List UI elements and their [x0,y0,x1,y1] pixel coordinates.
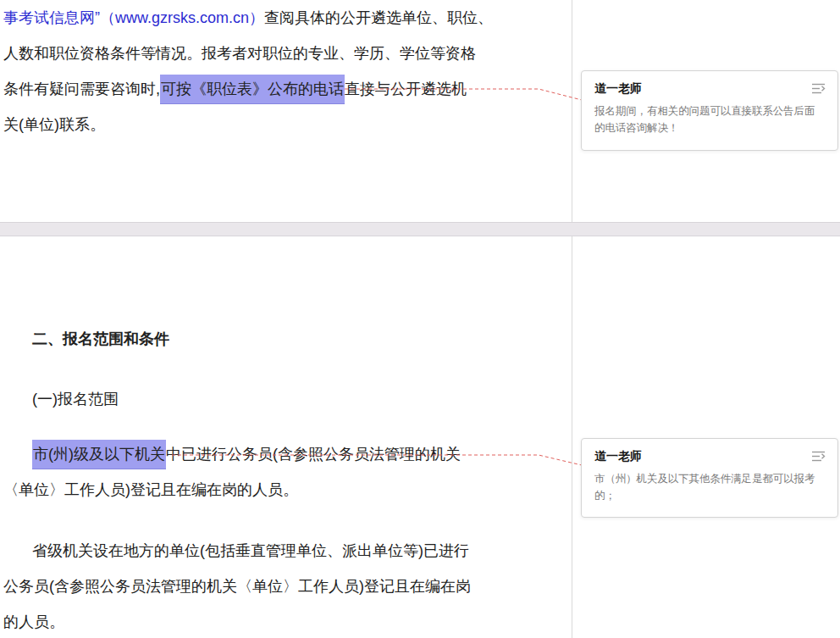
document-line: 公务员(含参照公务员法管理的机关〈单位〉工作人员)登记且在编在岗 [3,569,569,604]
paragraph: 市(州)级及以下机关中已进行公务员(含参照公务员法管理的机关 〈单位〉工作人员)… [3,436,569,508]
document-line: 〈单位〉工作人员)登记且在编在岗的人员。 [3,472,569,508]
document-line: 省级机关设在地方的单位(包括垂直管理单位、派出单位等)已进行 [3,533,569,569]
document-text: 条件有疑问需要咨询时, [3,80,160,97]
document-line: 的人员。 [3,604,569,638]
heading-text: 二、报名范围和条件 [32,330,169,347]
comment-card-1[interactable]: 道一老师 报名期间，有相关的问题可以直接联系公告后面的电话咨询解决！ [581,70,838,151]
comment-card-2[interactable]: 道一老师 市（州）机关及以下其他条件满足是都可以报考的； [581,438,838,518]
page-break-band [0,222,840,236]
document-text: 直接与公开遴选机 [345,80,467,97]
comment-highlight-range-1[interactable]: 可按《职位表》公布的电话 [160,75,345,104]
comment-author: 道一老师 [594,448,825,463]
paragraph: 省级机关设在地方的单位(包括垂直管理单位、派出单位等)已进行 公务员(含参照公务… [3,533,569,638]
comment-body: 报名期间，有相关的问题可以直接联系公告后面的电话咨询解决！ [594,103,825,136]
document-text: 人数和职位资格条件等情况。报考者对职位的专业、学历、学位等资格 [3,45,476,62]
sub-heading: (一)报名范围 [3,381,569,417]
document-line: 条件有疑问需要咨询时,可按《职位表》公布的电话直接与公开遴选机 [3,71,569,107]
document-text: 〈单位〉工作人员)登记且在编在岗的人员。 [3,481,298,498]
comment-body: 市（州）机关及以下其他条件满足是都可以报考的； [594,470,825,504]
document-text: 的人员。 [3,613,64,630]
document-area: 事考试信息网”（www.gzrsks.com.cn）查阅具体的公开遴选单位、职位… [3,0,569,638]
document-line: 事考试信息网”（www.gzrsks.com.cn）查阅具体的公开遴选单位、职位… [3,0,569,36]
document-text: 查阅具体的公开遴选单位、职位、 [264,9,493,26]
document-line: 人数和职位资格条件等情况。报考者对职位的专业、学历、学位等资格 [3,36,569,71]
comment-author: 道一老师 [594,80,825,96]
document-text: 关(单位)联系。 [3,116,105,133]
subheading-text: (一)报名范围 [32,391,119,408]
document-line: 关(单位)联系。 [3,107,569,142]
hyperlink-text[interactable]: 事考试信息网”（www.gzrsks.com.cn） [3,9,264,26]
document-text: 公务员(含参照公务员法管理的机关〈单位〉工作人员)登记且在编在岗 [3,578,471,595]
comment-highlight-range-2[interactable]: 市(州)级及以下机关 [32,440,166,469]
reply-icon[interactable] [811,450,826,463]
document-text: 省级机关设在地方的单位(包括垂直管理单位、派出单位等)已进行 [32,542,469,559]
document-text: 中已进行公务员(含参照公务员法管理的机关 [166,446,461,463]
section-heading: 二、报名范围和条件 [3,321,569,357]
comment-pane-divider [572,0,572,638]
document-line: 市(州)级及以下机关中已进行公务员(含参照公务员法管理的机关 [3,436,569,472]
reply-icon[interactable] [811,82,826,95]
